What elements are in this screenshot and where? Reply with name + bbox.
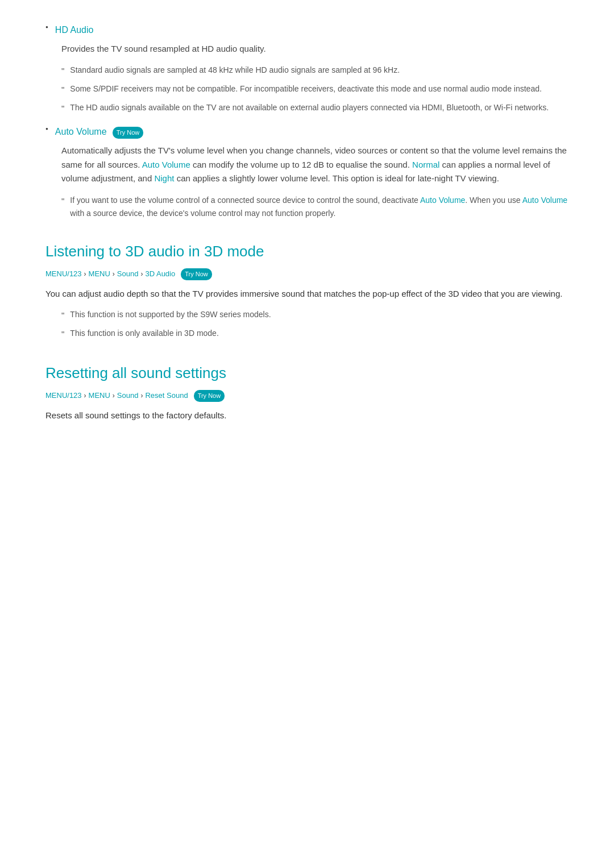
bullet-dot-auto-volume: ● <box>45 126 48 133</box>
section-3d-notes: " This function is not supported by the … <box>61 308 569 341</box>
section-3d-note-1-text: This function is not supported by the S9… <box>70 308 271 321</box>
quote-mark-2: " <box>61 83 64 97</box>
section-3d-note-1: " This function is not supported by the … <box>61 308 569 322</box>
auto-volume-description: Automatically adjusts the TV's volume le… <box>61 144 569 186</box>
hd-audio-note-2-text: Some S/PDIF receivers may not be compati… <box>70 82 542 95</box>
breadcrumb-3d: MENU/123 › MENU › Sound › 3D Audio Try N… <box>45 268 569 281</box>
auto-volume-desc-part2: can modify the volume up to 12 dB to equ… <box>190 160 412 169</box>
section-3d-audio: Listening to 3D audio in 3D mode MENU/12… <box>45 240 569 341</box>
breadcrumb-reset-item-1: MENU/123 <box>45 390 82 402</box>
breadcrumb-3d-item-2: MENU <box>89 268 110 280</box>
hd-audio-notes: " Standard audio signals are sampled at … <box>61 64 569 115</box>
hd-audio-link[interactable]: HD Audio <box>55 23 94 38</box>
breadcrumb-reset-item-2: MENU <box>89 390 110 402</box>
auto-volume-use-link[interactable]: Auto Volume <box>522 196 567 205</box>
quote-mark-av1: " <box>61 194 64 208</box>
breadcrumb-reset-sep-1: › <box>84 391 86 401</box>
auto-volume-desc-part4: can applies a slightly lower volume leve… <box>174 173 499 183</box>
auto-volume-link[interactable]: Auto Volume <box>55 127 107 136</box>
section-reset-heading: Resetting all sound settings <box>45 362 569 385</box>
breadcrumb-reset: MENU/123 › MENU › Sound › Reset Sound Tr… <box>45 390 569 402</box>
auto-volume-inline-link1[interactable]: Auto Volume <box>142 160 190 169</box>
breadcrumb-3d-item-4: 3D Audio <box>145 268 175 280</box>
breadcrumb-3d-item-1: MENU/123 <box>45 268 82 280</box>
breadcrumb-reset-item-3: Sound <box>117 390 139 402</box>
breadcrumb-3d-sep-1: › <box>84 269 86 280</box>
hd-audio-note-1-text: Standard audio signals are sampled at 48… <box>70 64 400 76</box>
auto-volume-bullet: ● Auto Volume Try Now <box>45 124 569 139</box>
section-reset-description: Resets all sound settings to the factory… <box>45 409 569 423</box>
breadcrumb-3d-badge[interactable]: Try Now <box>181 268 212 281</box>
hd-audio-section: ● HD Audio Provides the TV sound resampl… <box>45 23 569 219</box>
breadcrumb-3d-sep-2: › <box>113 269 115 280</box>
breadcrumb-reset-item-4: Reset Sound <box>145 390 188 402</box>
hd-audio-description: Provides the TV sound resampled at HD au… <box>61 42 569 56</box>
breadcrumb-reset-sep-2: › <box>113 391 115 401</box>
hd-audio-note-1: " Standard audio signals are sampled at … <box>61 64 569 78</box>
hd-audio-note-2: " Some S/PDIF receivers may not be compa… <box>61 82 569 97</box>
section-3d-description: You can adjust audio depth so that the T… <box>45 287 569 301</box>
section-3d-note-2-text: This function is only available in 3D mo… <box>70 327 218 339</box>
section-3d-note-2: " This function is only available in 3D … <box>61 327 569 341</box>
hd-audio-note-3-text: The HD audio signals available on the TV… <box>70 101 549 114</box>
quote-mark-3d-1: " <box>61 309 64 322</box>
breadcrumb-3d-sep-3: › <box>140 269 143 280</box>
breadcrumb-3d-item-3: Sound <box>117 268 139 280</box>
quote-mark-3: " <box>61 102 64 115</box>
quote-mark-3d-2: " <box>61 327 64 341</box>
auto-volume-note-1: " If you want to use the volume control … <box>61 194 569 219</box>
auto-volume-badge[interactable]: Try Now <box>113 127 144 139</box>
breadcrumb-reset-sep-3: › <box>140 391 143 401</box>
hd-audio-note-3: " The HD audio signals available on the … <box>61 101 569 115</box>
night-inline-link[interactable]: Night <box>154 173 174 183</box>
hd-audio-bullet: ● HD Audio <box>45 23 569 38</box>
section-3d-heading: Listening to 3D audio in 3D mode <box>45 240 569 264</box>
auto-volume-notes: " If you want to use the volume control … <box>61 194 569 219</box>
quote-mark-1: " <box>61 64 64 78</box>
breadcrumb-reset-badge[interactable]: Try Now <box>194 390 225 402</box>
auto-volume-deactivate-link[interactable]: Auto Volume <box>420 196 465 205</box>
bullet-dot-hd-audio: ● <box>45 24 48 31</box>
auto-volume-note-text: If you want to use the volume control of… <box>70 194 569 219</box>
normal-inline-link[interactable]: Normal <box>412 160 439 169</box>
section-reset-sound: Resetting all sound settings MENU/123 › … <box>45 362 569 423</box>
